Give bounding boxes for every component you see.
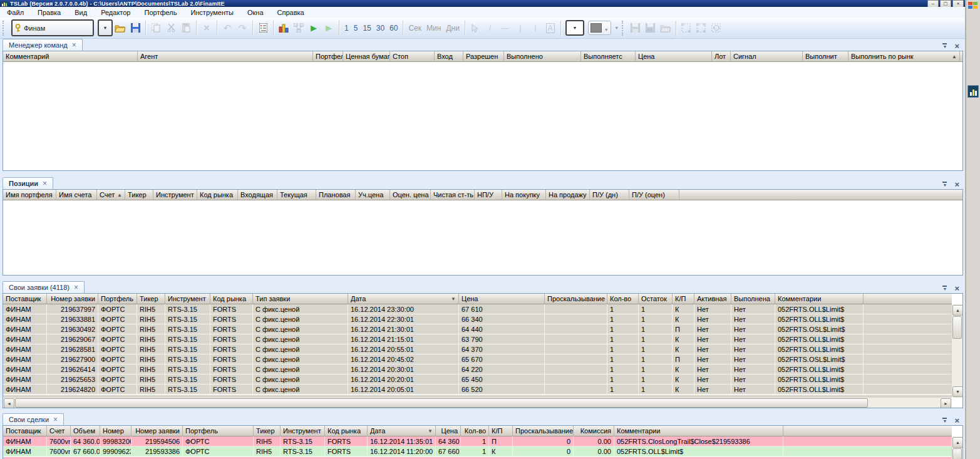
column-header[interactable]: Выполнить по рынк▲ [848,51,960,62]
column-header[interactable]: Код рынка [197,190,238,200]
column-header[interactable]: Выполнена [731,294,775,304]
period-min-button[interactable]: Мин [424,22,443,34]
script-button[interactable] [255,21,271,36]
close-button[interactable] [952,0,964,7]
column-header[interactable]: Вход [435,51,463,62]
column-header[interactable]: К/П [673,294,694,304]
tab-command-manager[interactable]: Менеджер команд [3,39,83,51]
paste-button[interactable] [178,21,193,36]
column-header[interactable]: Выполнено [504,51,581,62]
column-header[interactable]: Стоп [390,51,435,62]
column-header[interactable]: Инструмент [153,190,197,200]
panel-close-icon[interactable] [954,282,959,294]
panel-close-icon[interactable] [954,40,959,51]
column-header[interactable]: Дата▼ [368,426,436,436]
open-file-button[interactable] [113,21,128,36]
run-agent-button[interactable] [306,21,321,36]
table-row[interactable]: ФИНАМ219633881ФОРТСRIH5RTS-3.15FORTSС фи… [3,314,952,324]
interval-5-button[interactable]: 5 [351,22,361,34]
column-header[interactable]: НП/У [475,190,502,200]
account-combo[interactable]: Финам [11,19,94,36]
menu-file[interactable]: Файл [0,8,31,17]
column-header[interactable]: Объем [71,426,100,436]
toolbar-grip[interactable] [622,21,626,36]
column-header[interactable]: П/У (оцен) [629,190,679,200]
column-header[interactable]: Остаток [639,294,673,304]
column-header[interactable]: Поставщик [3,426,47,436]
column-header[interactable]: Кол-во [461,426,489,436]
line-style-dropdown[interactable] [565,20,584,36]
save-workspace-as-button[interactable]: AS [643,21,658,36]
scroll-right-button[interactable] [941,398,951,408]
menu-instruments[interactable]: Инструменты [183,8,240,17]
column-header[interactable]: На покупку [502,190,546,200]
scroll-thumb[interactable] [15,398,868,408]
column-header[interactable]: Выполняетс [581,51,636,62]
period-day-button[interactable]: Дни [443,22,462,34]
column-header[interactable]: Кол-во [607,294,639,304]
menu-edit[interactable]: Правка [31,8,68,17]
hline-tool-button[interactable] [498,21,513,36]
vline-tool-button[interactable] [513,21,528,36]
column-header[interactable]: Инструмент [165,294,210,304]
polyline-tool-button[interactable] [528,21,543,36]
toolbar-grip[interactable] [3,21,6,36]
table-row[interactable]: ФИНАМ219637997ФОРТСRIH5RTS-3.15FORTSС фи… [3,304,952,314]
table-row[interactable]: ФИНАМ219628581ФОРТСRIH5RTS-3.15FORTSС фи… [3,344,952,354]
column-header[interactable]: Портфель [183,426,254,436]
table-row[interactable]: ФИНАМ219630492ФОРТСRIH5RTS-3.15FORTSС фи… [3,324,952,334]
column-header[interactable]: Номер заявки [47,294,98,304]
panel-close-icon[interactable] [954,415,959,426]
column-header[interactable]: Поставщик [3,294,47,304]
text-tool-button[interactable] [543,21,558,36]
tab-orders[interactable]: Свои заявки (4118) [3,281,85,293]
column-header[interactable]: Тикер [137,294,165,304]
menu-portfolio[interactable]: Портфель [137,8,183,17]
scroll-thumb[interactable] [952,316,962,339]
tab-trades[interactable]: Свои сделки [3,413,64,425]
column-header[interactable]: Код рынка [325,426,368,436]
panel-close-icon[interactable] [954,178,959,190]
table-row[interactable]: ФИНАМ7600vnc67 660.0099909623219593386ФО… [3,446,952,456]
scroll-thumb[interactable] [952,448,962,459]
panel-position-menu-icon[interactable] [942,418,947,423]
column-header[interactable]: Плановая [316,190,356,200]
menu-windows[interactable]: Окна [240,8,271,17]
column-header[interactable]: Активная [694,294,731,304]
color-dropdown[interactable] [588,21,611,35]
column-header[interactable]: Номер [100,426,132,436]
chart-button[interactable] [276,21,291,36]
maximize-button[interactable] [940,0,951,7]
interval-15-button[interactable]: 15 [360,22,373,34]
column-header[interactable]: Цена [436,426,461,436]
column-header[interactable]: Счет [47,426,71,436]
column-header[interactable]: Проскальзывание [513,426,574,436]
table-row[interactable]: ФИНАМ219624820ФОРТСRIH5RTS-3.15FORTSС фи… [3,384,952,395]
cursor-tool-button[interactable] [468,21,483,36]
column-header[interactable]: Тип заявки [253,294,348,304]
column-header[interactable]: Текущая [277,190,316,200]
copy-button[interactable] [148,21,163,36]
column-header[interactable]: Выполнит [803,51,848,62]
menu-help[interactable]: Справка [271,8,311,17]
save-button[interactable] [128,21,143,36]
menu-view[interactable]: Вид [68,8,94,17]
table-row[interactable]: ФИНАМ219625653ФОРТСRIH5RTS-3.15FORTSС фи… [3,374,952,384]
column-header[interactable]: Код рынка [210,294,253,304]
fit-screen-button[interactable] [709,21,724,36]
column-header[interactable]: К/П [489,426,513,436]
column-header[interactable]: Портфель [98,294,137,304]
orders-vertical-scrollbar[interactable] [951,304,962,398]
orders-horizontal-scrollbar[interactable] [3,397,952,408]
scroll-up-button[interactable] [952,305,963,316]
column-header[interactable]: Комиссия [574,426,614,436]
column-header[interactable]: Агент [138,51,313,62]
column-header[interactable]: Комментарии [775,294,864,304]
save-workspace-button[interactable] [628,21,643,36]
column-header[interactable]: Портфел [313,51,343,62]
scroll-up-button[interactable] [952,437,963,448]
column-header[interactable]: Ценная бумаг [343,51,390,62]
minimize-button[interactable] [927,0,939,7]
tab-close-icon[interactable] [43,179,47,188]
scroll-left-button[interactable] [4,398,14,408]
